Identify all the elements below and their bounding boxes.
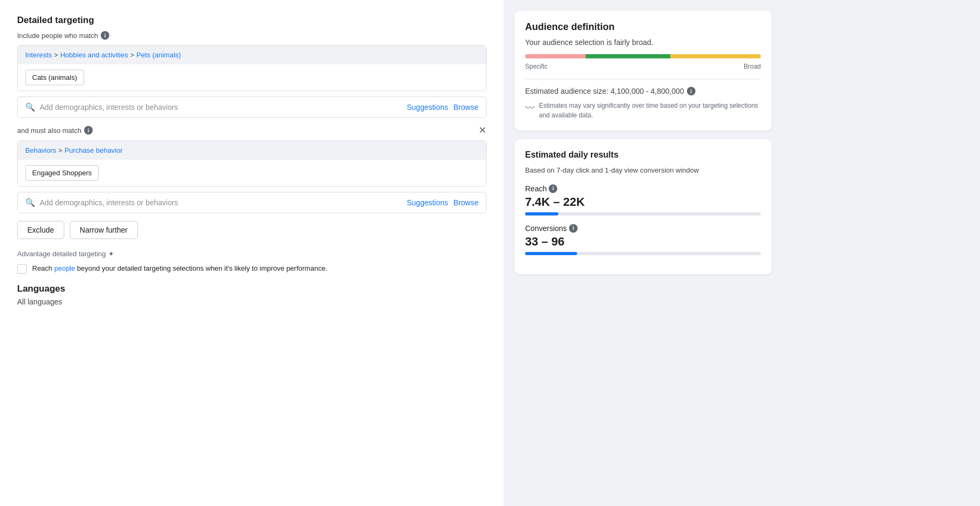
breadcrumb-sep-2: > bbox=[130, 51, 134, 59]
include-info-icon[interactable]: i bbox=[101, 31, 109, 40]
results-description: Based on 7-day click and 1-day view conv… bbox=[525, 165, 761, 176]
second-targeting-box: Behaviors > Purchase behavior Engaged Sh… bbox=[17, 140, 487, 187]
conversions-label: Conversions i bbox=[525, 224, 761, 233]
results-card-title: Estimated daily results bbox=[525, 150, 761, 160]
advantage-title-row: Advantage detailed targeting ✦ bbox=[17, 250, 487, 258]
second-search-row[interactable]: 🔍 Add demographics, interests or behavio… bbox=[17, 192, 487, 213]
est-note-text: Estimates may vary significantly over ti… bbox=[539, 101, 761, 120]
estimated-results-card: Estimated daily results Based on 7-day c… bbox=[514, 139, 772, 274]
search-icon-2: 🔍 bbox=[25, 198, 35, 207]
languages-title: Languages bbox=[17, 284, 487, 294]
second-search-placeholder[interactable]: Add demographics, interests or behaviors bbox=[40, 198, 402, 207]
first-targeting-box: Interests > Hobbies and activities > Pet… bbox=[17, 45, 487, 91]
wavy-icon: 〰 bbox=[525, 101, 535, 116]
conversions-label-text: Conversions bbox=[525, 224, 567, 233]
breadcrumb-hobbies[interactable]: Hobbies and activities bbox=[60, 51, 128, 59]
gauge-red bbox=[525, 54, 586, 58]
audience-description: Your audience selection is fairly broad. bbox=[525, 38, 761, 47]
breadcrumb-purchase[interactable]: Purchase behavior bbox=[64, 146, 122, 154]
breadcrumb-sep-3: > bbox=[58, 146, 63, 154]
gauge-green bbox=[586, 54, 670, 58]
suggestions-btn-1[interactable]: Suggestions bbox=[407, 103, 448, 111]
exclude-button[interactable]: Exclude bbox=[17, 221, 64, 239]
conversions-bar-wrap bbox=[525, 252, 761, 255]
audience-card-title: Audience definition bbox=[525, 21, 761, 33]
second-tag-row: Engaged Shoppers bbox=[18, 160, 486, 186]
browse-btn-1[interactable]: Browse bbox=[453, 103, 478, 111]
reach-info-icon[interactable]: i bbox=[549, 184, 557, 193]
reach-bar-fill bbox=[525, 212, 558, 215]
reach-bar-wrap bbox=[525, 212, 761, 215]
advantage-section: Advantage detailed targeting ✦ Reach peo… bbox=[17, 250, 487, 274]
breadcrumb-interests[interactable]: Interests bbox=[25, 51, 52, 59]
conversions-value: 33 – 96 bbox=[525, 235, 761, 249]
breadcrumb-sep-1: > bbox=[54, 51, 58, 59]
estimate-note: 〰 Estimates may vary significantly over … bbox=[525, 101, 761, 120]
spark-icon: ✦ bbox=[108, 250, 114, 258]
breadcrumb-behaviors[interactable]: Behaviors bbox=[25, 146, 56, 154]
languages-value: All languages bbox=[17, 297, 487, 306]
cats-tag: Cats (animals) bbox=[25, 70, 84, 85]
reach-value: 7.4K – 22K bbox=[525, 195, 761, 209]
and-must-text: and must also match bbox=[17, 126, 81, 135]
and-must-row: and must also match i ✕ bbox=[17, 125, 487, 135]
action-buttons-row: Exclude Narrow further bbox=[17, 221, 487, 239]
gauge-bar bbox=[525, 54, 761, 58]
include-label-text: Include people who match bbox=[17, 32, 98, 40]
languages-section: Languages All languages bbox=[17, 284, 487, 306]
close-and-must-button[interactable]: ✕ bbox=[478, 125, 487, 135]
conversions-info-icon[interactable]: i bbox=[569, 224, 578, 233]
reach-label: Reach i bbox=[525, 184, 761, 193]
broad-label: Broad bbox=[744, 63, 761, 70]
advantage-label: Advantage detailed targeting bbox=[17, 250, 106, 258]
advantage-text: Reach people beyond your detailed target… bbox=[32, 263, 327, 274]
specific-label: Specific bbox=[525, 63, 548, 70]
est-audience-text: Estimated audience size: 4,100,000 - 4,8… bbox=[525, 87, 684, 95]
gauge-labels: Specific Broad bbox=[525, 63, 761, 70]
first-search-placeholder[interactable]: Add demographics, interests or behaviors bbox=[40, 103, 402, 111]
reach-label-text: Reach bbox=[525, 184, 547, 193]
section-title: Detailed targeting bbox=[17, 15, 487, 26]
gauge-yellow bbox=[670, 54, 761, 58]
narrow-further-button[interactable]: Narrow further bbox=[70, 221, 138, 239]
advantage-body: Reach people beyond your detailed target… bbox=[17, 263, 487, 274]
advantage-people-link[interactable]: people bbox=[54, 264, 75, 272]
est-audience-info-icon[interactable]: i bbox=[687, 87, 695, 95]
and-must-info-icon[interactable]: i bbox=[84, 126, 93, 135]
breadcrumb-pets[interactable]: Pets (animals) bbox=[137, 51, 181, 59]
conversions-bar-fill bbox=[525, 252, 577, 255]
first-tag-row: Cats (animals) bbox=[18, 64, 486, 91]
suggestions-btn-2[interactable]: Suggestions bbox=[407, 198, 448, 207]
engaged-shoppers-tag: Engaged Shoppers bbox=[25, 165, 99, 181]
browse-btn-2[interactable]: Browse bbox=[453, 198, 478, 207]
audience-definition-card: Audience definition Your audience select… bbox=[514, 11, 772, 131]
estimated-audience-size: Estimated audience size: 4,100,000 - 4,8… bbox=[525, 87, 761, 95]
divider-1 bbox=[525, 79, 761, 79]
first-breadcrumb-row: Interests > Hobbies and activities > Pet… bbox=[18, 46, 486, 64]
first-search-row[interactable]: 🔍 Add demographics, interests or behavio… bbox=[17, 96, 487, 118]
sidebar-panel: Audience definition Your audience select… bbox=[504, 0, 782, 506]
second-breadcrumb-row: Behaviors > Purchase behavior bbox=[18, 141, 486, 160]
advantage-checkbox[interactable] bbox=[17, 264, 27, 274]
search-icon-1: 🔍 bbox=[25, 102, 35, 112]
